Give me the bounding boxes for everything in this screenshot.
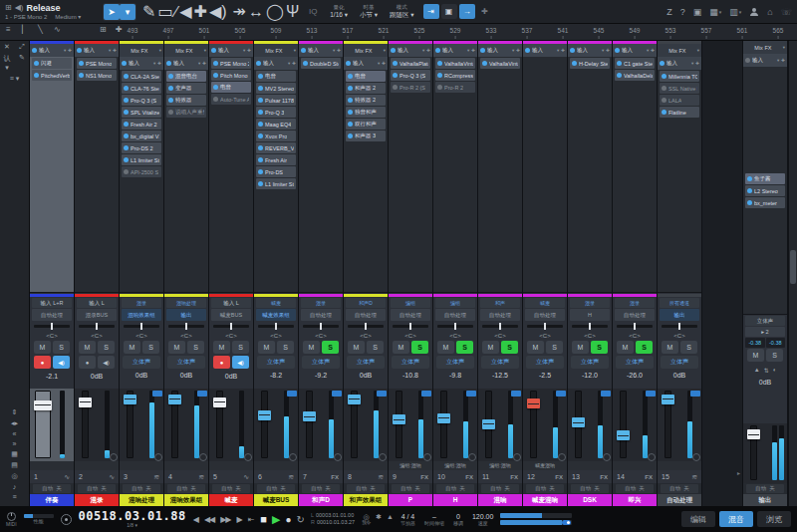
stereo-mode-label[interactable]: 立体声 [257,356,295,369]
input-header[interactable]: 输入▾✚ [344,57,388,70]
toolbar2-icon-1[interactable]: ▏ [22,25,28,34]
channel-name[interactable]: 混录 [75,494,119,506]
input-header[interactable]: 输入▾✚ [478,44,522,57]
input-source-label[interactable]: 和声 [480,298,520,308]
solo-button[interactable]: S [546,341,563,354]
input-header[interactable]: 输入▾✚ [30,44,74,57]
fader-track[interactable] [440,391,447,458]
channel-name[interactable]: 喊麦 [209,494,253,506]
nav-tool-icon-0[interactable]: ↠ [233,2,246,21]
toolbar2-add-icon-0[interactable]: ⊞ [100,25,107,34]
mute-button[interactable]: M [34,341,51,354]
input-source-label[interactable]: 混录 [570,298,610,308]
toolbar2-add-icon-1[interactable]: ✚ [116,25,123,34]
mute-button[interactable]: M [303,341,320,354]
input-source-label[interactable]: 喊麦 [256,298,296,308]
home-icon[interactable]: ⌂ [767,7,772,17]
pan-thumb[interactable] [320,323,322,330]
channel-name[interactable]: DSK [568,494,612,506]
nav-tool-icon-1[interactable]: ↔ [248,3,264,21]
window-icon[interactable]: ⊞ [5,4,12,12]
fader-track[interactable] [620,391,627,458]
rail-top-icon-1[interactable]: ⤢ [16,43,28,51]
output-bus-label[interactable]: 自动处理 [346,309,386,321]
midi-knob-icon[interactable] [7,512,16,521]
add-insert-icon[interactable]: ✚ [337,48,341,53]
action-chip-2[interactable]: → [459,4,475,19]
channel-name[interactable]: H [433,494,477,506]
insert-slot[interactable]: Xvox Pro [256,131,296,141]
insert-power-icon[interactable] [124,74,129,79]
meter-options-icon[interactable] [603,453,611,461]
pan-slider[interactable] [77,322,117,331]
mixfx-header[interactable]: Mix FX▾ [164,44,208,57]
solo-button[interactable]: S [187,341,204,354]
solo-button[interactable]: S [766,349,783,362]
add-insert-icon[interactable]: ✚ [292,61,296,66]
automation-mode-button[interactable]: 自动关 [616,484,654,493]
insert-power-icon[interactable] [168,110,173,115]
input-header[interactable]: 输入▾✚ [120,57,163,70]
scrollbar-handle[interactable] [790,250,796,284]
insert-slot[interactable]: SPL Vitalizer [122,107,161,118]
transport-field-1[interactable]: –时间伸缩 [424,513,444,526]
input-header[interactable]: 输入▾✚ [743,54,787,67]
automation-mode-button[interactable]: 自动关 [212,484,250,493]
pan-slider[interactable] [166,322,206,331]
mixfx-header[interactable]: Mix FX▾ [120,44,163,57]
insert-power-icon[interactable] [168,98,173,103]
play-button[interactable]: ▶ [272,513,279,526]
loop-button[interactable]: ↻ [297,514,304,525]
fader-handle[interactable] [572,417,585,427]
channel-name[interactable]: 即兴 [613,494,657,506]
insert-power-icon[interactable] [34,73,39,78]
pan-slider[interactable] [391,322,430,331]
fader-handle[interactable] [168,395,181,404]
add-insert-icon[interactable]: ✚ [426,48,430,53]
insert-power-icon[interactable] [572,61,577,66]
pan-thumb[interactable] [275,323,277,330]
solo-button[interactable]: S [636,341,653,354]
transport-nav-button-0[interactable]: ◀ [193,515,198,524]
arrow-tool-button[interactable]: ➤ [104,4,120,20]
solo-button[interactable]: S [53,341,70,354]
rail-top-icon-4[interactable]: ≡ ▾ [9,75,21,83]
automation-mode-button[interactable]: 自动关 [347,484,385,493]
insert-power-icon[interactable] [303,61,308,66]
insert-slot[interactable]: Auto-Tune Ar [211,94,251,105]
input-source-label[interactable]: 所有通道 [660,298,699,308]
pan-slider[interactable] [256,322,296,331]
insert-power-icon[interactable] [348,133,353,138]
peak-readout-badge[interactable] [332,391,342,397]
insert-slot[interactable]: API-2500 S [122,166,161,177]
mute-button[interactable]: M [168,341,185,354]
add-insert-icon[interactable]: ✚ [68,48,72,53]
pan-slider[interactable] [525,322,565,331]
pan-slider[interactable] [660,322,699,331]
solo-button[interactable]: S [456,341,473,354]
output-bus-label[interactable]: 自动处理 [435,309,475,321]
add-insert-icon[interactable]: ✚ [247,48,251,53]
fader-handle[interactable] [393,414,405,424]
pan-thumb[interactable] [499,323,501,330]
record-arm-button[interactable]: ● [34,356,51,369]
pan-slider[interactable] [346,322,386,331]
insert-slot[interactable]: 特效器 [166,95,206,106]
input-source-label[interactable]: 和声D [346,298,386,308]
insert-slot[interactable]: Millennia TC [660,71,699,82]
add-insert-icon[interactable]: ✚ [561,48,565,53]
pan-thumb[interactable] [409,323,411,330]
fader-handle[interactable] [527,399,540,408]
insert-power-icon[interactable] [662,110,666,115]
fader-handle[interactable] [348,395,361,404]
automation-mode-button[interactable]: 自动关 [302,484,340,493]
rail-top-icon-2[interactable]: 认 ▾ [1,54,13,72]
transport-nav-button-1[interactable]: ◀◀ [204,515,214,524]
insert-slot[interactable]: Pro-R 2 (S [391,82,430,93]
output-bus-label[interactable]: 自动处理 [32,309,72,321]
insert-slot[interactable]: MV2 Stereo [256,83,296,94]
peak-readout-badge[interactable] [377,391,387,397]
fader-handle[interactable] [482,419,495,429]
monitor-button[interactable]: ◀) [98,356,115,369]
mixfx-header[interactable]: Mix FX▾ [254,44,298,57]
